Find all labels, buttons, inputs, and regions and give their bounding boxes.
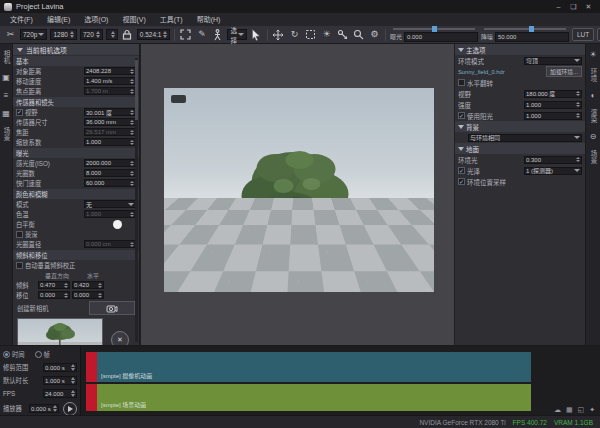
move-tool-icon[interactable] <box>272 28 285 41</box>
spin-up-button[interactable] <box>111 31 115 34</box>
grid-icon[interactable]: ▦ <box>2 109 10 119</box>
strip-tab-label[interactable]: 场景 <box>1 127 11 142</box>
spinner[interactable] <box>70 377 75 384</box>
spin-down-button[interactable] <box>71 394 75 397</box>
close-button[interactable]: ✕ <box>581 0 596 13</box>
resolution-height-field[interactable]: 720 <box>80 29 103 40</box>
spin-up-button[interactable] <box>130 181 134 183</box>
spinner[interactable] <box>129 69 134 74</box>
value-field[interactable]: 0.000 cm <box>84 240 136 248</box>
load-environment-button[interactable]: 加载环境... <box>546 66 582 77</box>
spinner[interactable] <box>129 110 134 115</box>
spin-down-button[interactable] <box>130 133 134 135</box>
value-field[interactable]: 1.000 <box>524 101 582 109</box>
spinner[interactable] <box>63 283 68 288</box>
spinner[interactable] <box>129 161 134 166</box>
spin-down-button[interactable] <box>98 286 102 288</box>
marquee-tool-icon[interactable] <box>304 28 317 41</box>
frames-radio[interactable] <box>35 351 42 358</box>
clip-start-marker[interactable] <box>86 384 97 411</box>
dropdown[interactable]: 1 (探测器) <box>524 167 582 175</box>
dropdown[interactable]: 与环境相同 <box>468 134 582 142</box>
spin-up-button[interactable] <box>130 161 134 163</box>
new-camera-button[interactable] <box>89 301 135 315</box>
tool-mode-dropdown[interactable]: 选择 <box>227 29 247 40</box>
spin-down-button[interactable] <box>163 35 167 38</box>
zoom-tool-icon[interactable] <box>352 28 365 41</box>
spin-down-button[interactable] <box>576 105 580 107</box>
spin-up-button[interactable] <box>130 110 134 112</box>
spin-up-button[interactable] <box>130 130 134 132</box>
spinner[interactable] <box>52 405 57 412</box>
animation-clip[interactable]: [smpte] 摄像机动画 <box>97 352 531 382</box>
spin-up-button[interactable] <box>576 91 580 93</box>
sparkle-icon[interactable]: ✦ <box>589 406 595 414</box>
tree-object[interactable] <box>220 124 370 274</box>
value-field[interactable]: 2408.228 <box>84 67 136 75</box>
menu-item-0[interactable]: 文件(F) <box>3 13 40 26</box>
spin-up-button[interactable] <box>130 242 134 244</box>
spin-up-button[interactable] <box>130 120 134 122</box>
value-field[interactable]: 30.001 度 <box>84 108 136 116</box>
spin-down-button[interactable] <box>64 286 68 288</box>
spinner[interactable] <box>129 79 134 84</box>
viewport[interactable] <box>140 44 455 345</box>
color-swatch[interactable] <box>113 220 122 229</box>
player-time-field[interactable]: 0.000 s <box>29 404 59 413</box>
spin-down-button[interactable] <box>96 35 100 38</box>
scrollbar-thumb[interactable] <box>135 60 138 120</box>
spinner[interactable] <box>575 113 580 118</box>
spin-up-button[interactable] <box>71 364 75 367</box>
globe-icon[interactable]: ⊖ <box>590 132 597 142</box>
spin-down-button[interactable] <box>130 143 134 145</box>
camera-path-icon[interactable] <box>336 28 349 41</box>
spin-up-button[interactable] <box>96 31 100 34</box>
clip-start-marker[interactable] <box>86 352 97 382</box>
spinner[interactable] <box>129 140 134 145</box>
spin-down-button[interactable] <box>130 174 134 176</box>
spin-down-button[interactable] <box>111 35 115 38</box>
spinner[interactable] <box>129 89 134 94</box>
frame-icon[interactable]: ◱ <box>578 406 585 414</box>
spin-up-button[interactable] <box>576 102 580 104</box>
fullscreen-icon[interactable] <box>179 28 192 41</box>
fps-field[interactable]: 24.000 <box>43 389 77 398</box>
render-view[interactable] <box>164 88 434 292</box>
value-field[interactable]: 1.700 m <box>84 87 136 95</box>
camera-thumbnail[interactable] <box>17 318 103 345</box>
value-field[interactable]: 1.000 <box>84 210 136 218</box>
spinner[interactable] <box>575 102 580 107</box>
draw-path-icon[interactable]: ✎ <box>195 28 208 41</box>
animation-clip[interactable]: [smpte] 场景动画 <box>97 384 531 411</box>
spin-down-button[interactable] <box>98 296 102 298</box>
spin-up-button[interactable] <box>53 405 57 408</box>
select-cursor-icon[interactable] <box>250 28 263 41</box>
spin-down-button[interactable] <box>130 215 134 217</box>
strip-tab-label[interactable]: 环境 <box>588 68 598 83</box>
denoise-slider-value[interactable]: 50.000 <box>495 32 569 42</box>
spin-down-button[interactable] <box>130 123 134 125</box>
play-button[interactable] <box>63 402 77 416</box>
spin-up-button[interactable] <box>130 69 134 71</box>
menu-item-4[interactable]: 工具(T) <box>153 13 190 26</box>
spinner[interactable] <box>97 293 102 298</box>
menu-item-1[interactable]: 编辑(E) <box>40 13 77 26</box>
checkbox[interactable]: ✓ <box>16 109 23 116</box>
value-field[interactable]: 0.000 <box>38 291 70 299</box>
resolution-scale-field[interactable] <box>106 29 118 40</box>
spin-down-button[interactable] <box>130 184 134 186</box>
spin-up-button[interactable] <box>130 140 134 142</box>
render-settings-gear-icon[interactable]: ⚙ <box>368 28 381 41</box>
spin-up-button[interactable] <box>64 283 68 285</box>
spin-down-button[interactable] <box>64 296 68 298</box>
exposure-slider-value[interactable]: 0.000 <box>404 32 478 42</box>
spinner[interactable] <box>129 120 134 125</box>
value-field[interactable]: 0.420 <box>72 281 104 289</box>
spin-down-button[interactable] <box>130 72 134 74</box>
dropdown[interactable]: 无 <box>84 200 136 208</box>
spin-down-button[interactable] <box>70 35 74 38</box>
minimize-button[interactable]: – <box>551 0 566 13</box>
checkbox[interactable] <box>16 231 23 238</box>
checkbox[interactable] <box>16 262 23 269</box>
spin-up-button[interactable] <box>70 31 74 34</box>
